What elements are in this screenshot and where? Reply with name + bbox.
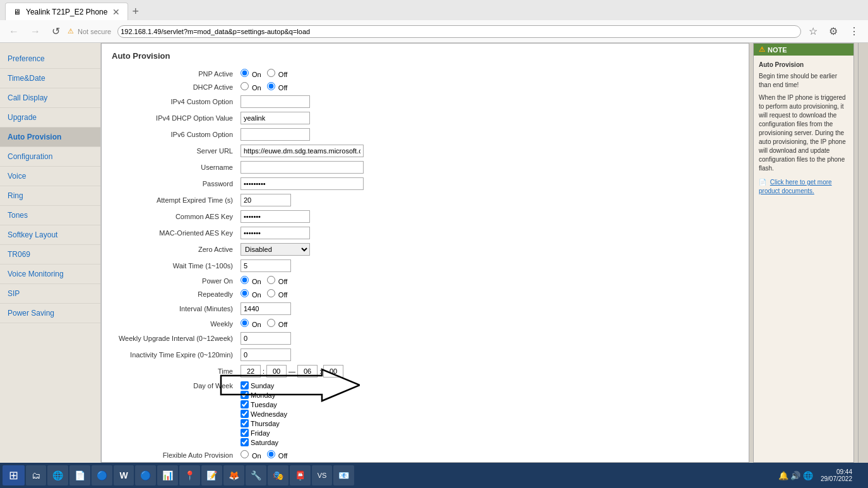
taskbar-ie[interactable]: 🌐 xyxy=(47,465,68,485)
sidebar-item-preference[interactable]: Preference xyxy=(0,49,100,69)
browser-tab[interactable]: 🖥 Yealink T21P_E2 Phone ✕ xyxy=(5,3,128,20)
sidebar-item-voicemonitoring[interactable]: Voice Monitoring xyxy=(0,265,100,284)
ipv4-dhcp-option-value-input[interactable] xyxy=(241,112,310,124)
flexible-auto-provision-on-radio[interactable] xyxy=(241,450,249,458)
scrollbar[interactable] xyxy=(858,43,868,463)
pnp-active-on-label[interactable]: On xyxy=(241,71,263,78)
weekly-off-label[interactable]: Off xyxy=(267,321,288,328)
sidebar-item-voice[interactable]: Voice xyxy=(0,167,100,186)
ipv6-custom-option-input[interactable] xyxy=(241,128,310,141)
flexible-auto-provision-off-radio[interactable] xyxy=(267,450,275,458)
monday-checkbox[interactable] xyxy=(241,391,249,399)
sidebar-item-sip[interactable]: SIP xyxy=(0,284,100,304)
repeatedly-on-radio[interactable] xyxy=(241,289,249,297)
taskbar-pdf[interactable]: 📄 xyxy=(69,465,90,485)
power-on-on-radio[interactable] xyxy=(241,276,249,284)
weekly-upgrade-interval-input[interactable] xyxy=(241,332,291,345)
address-input[interactable] xyxy=(117,25,801,38)
bookmark-button[interactable]: ☆ xyxy=(805,24,821,39)
taskbar-right: 🔔 🔊 🌐 09:44 29/07/2022 xyxy=(778,468,865,482)
new-tab-button[interactable]: + xyxy=(128,5,143,18)
weekly-off-radio[interactable] xyxy=(267,319,275,327)
friday-checkbox[interactable] xyxy=(241,429,249,437)
time-dash: — xyxy=(288,367,296,375)
dhcp-active-off-label[interactable]: Off xyxy=(267,84,288,92)
time-end-min-input[interactable] xyxy=(323,365,343,378)
wednesday-checkbox[interactable] xyxy=(241,410,249,418)
power-on-off-radio[interactable] xyxy=(267,276,275,284)
password-label: Password xyxy=(112,176,238,192)
weekly-on-radio[interactable] xyxy=(241,319,249,327)
repeatedly-off-radio[interactable] xyxy=(267,289,275,297)
thursday-checkbox[interactable] xyxy=(241,419,249,427)
taskbar-clock: 09:44 29/07/2022 xyxy=(816,468,857,482)
sidebar-item-tr069[interactable]: TR069 xyxy=(0,245,100,265)
monday-row: Monday xyxy=(241,391,736,399)
flexible-auto-provision-on-label[interactable]: On xyxy=(241,452,263,460)
taskbar-word[interactable]: W xyxy=(114,465,134,485)
taskbar-firefox[interactable]: 🦊 xyxy=(223,465,244,485)
taskbar-icons-area: 🔔 🔊 🌐 xyxy=(778,471,813,480)
pnp-active-off-radio[interactable] xyxy=(267,69,275,77)
zero-active-select[interactable]: Disabled On xyxy=(241,243,310,256)
pnp-active-on-radio[interactable] xyxy=(241,69,249,77)
sidebar-item-softkeylayout[interactable]: Softkey Layout xyxy=(0,225,100,245)
back-button[interactable]: ← xyxy=(5,25,23,39)
username-input[interactable] xyxy=(241,161,364,174)
password-input[interactable] xyxy=(241,177,364,190)
common-aes-key-row: Common AES Key xyxy=(112,208,739,225)
weekly-on-label[interactable]: On xyxy=(241,321,263,328)
inactivity-time-expire-input[interactable] xyxy=(241,348,291,361)
sidebar-item-timedate[interactable]: Time&Date xyxy=(0,69,100,88)
repeatedly-on-label[interactable]: On xyxy=(241,291,263,299)
extensions-button[interactable]: ⚙ xyxy=(825,24,841,39)
power-on-on-label[interactable]: On xyxy=(241,278,263,285)
inactivity-time-expire-label: Inactivity Time Expire (0~120min) xyxy=(112,347,238,363)
ipv4-custom-option-input[interactable] xyxy=(241,95,310,108)
taskbar-chrome[interactable]: 🔵 xyxy=(135,465,156,485)
taskbar-unknown1[interactable]: 🔵 xyxy=(92,465,112,485)
taskbar-outlook[interactable]: 📧 xyxy=(333,465,354,485)
sidebar-item-configuration[interactable]: Configuration xyxy=(0,147,100,167)
tab-close-button[interactable]: ✕ xyxy=(112,7,120,17)
sidebar-item-ring[interactable]: Ring xyxy=(0,186,100,206)
flexible-auto-provision-off-label[interactable]: Off xyxy=(267,452,288,460)
saturday-checkbox[interactable] xyxy=(241,438,249,446)
forward-button[interactable]: → xyxy=(27,25,44,39)
server-url-input[interactable] xyxy=(241,145,364,157)
taskbar-file-explorer[interactable]: 🗂 xyxy=(26,465,46,485)
sidebar-item-autoprovision[interactable]: Auto Provision xyxy=(0,128,100,147)
taskbar-unknown3[interactable]: 🎭 xyxy=(268,465,288,485)
taskbar-unknown2[interactable]: 📍 xyxy=(179,465,200,485)
time-begin-hour-input[interactable] xyxy=(241,365,261,378)
taskbar-notepad[interactable]: 📝 xyxy=(201,465,222,485)
taskbar-vs[interactable]: VS xyxy=(312,465,332,485)
sidebar-item-powersaving[interactable]: Power Saving xyxy=(0,304,100,323)
taskbar-mail1[interactable]: 📮 xyxy=(290,465,311,485)
taskbar-date: 29/07/2022 xyxy=(821,475,852,482)
pnp-active-off-label[interactable]: Off xyxy=(267,71,288,78)
taskbar-excel[interactable]: 📊 xyxy=(157,465,178,485)
start-button[interactable]: ⊞ xyxy=(3,465,25,485)
mac-oriented-aes-key-input[interactable] xyxy=(241,227,310,239)
wait-time-input[interactable] xyxy=(241,259,291,272)
dhcp-active-on-radio[interactable] xyxy=(241,82,249,90)
interval-minutes-input[interactable] xyxy=(241,302,291,315)
tuesday-checkbox[interactable] xyxy=(241,400,249,408)
refresh-button[interactable]: ↺ xyxy=(48,24,64,39)
taskbar-settings[interactable]: 🔧 xyxy=(246,465,266,485)
repeatedly-off-label[interactable]: Off xyxy=(267,291,288,299)
power-on-off-label[interactable]: Off xyxy=(267,278,288,285)
dhcp-active-off-radio[interactable] xyxy=(267,82,275,90)
sidebar-item-tones[interactable]: Tones xyxy=(0,206,100,225)
sunday-checkbox[interactable] xyxy=(241,381,249,390)
sidebar-item-upgrade[interactable]: Upgrade xyxy=(0,108,100,128)
menu-button[interactable]: ⋮ xyxy=(845,24,863,39)
dhcp-active-on-label[interactable]: On xyxy=(241,84,263,92)
attempt-expired-time-input[interactable] xyxy=(241,194,291,206)
time-end-hour-input[interactable] xyxy=(297,365,318,378)
time-begin-min-input[interactable] xyxy=(266,365,287,378)
common-aes-key-input[interactable] xyxy=(241,210,310,223)
sidebar-item-calldisplay[interactable]: Call Display xyxy=(0,88,100,108)
note-link[interactable]: Click here to get more product documents… xyxy=(759,179,832,194)
